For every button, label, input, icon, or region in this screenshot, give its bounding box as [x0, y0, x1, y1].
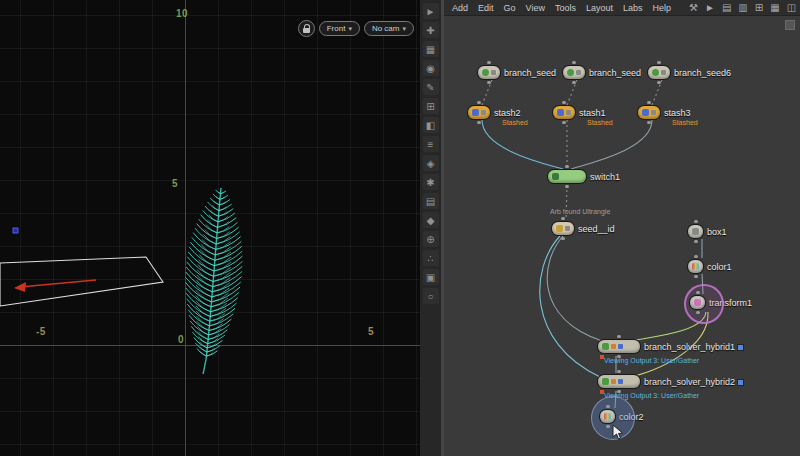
rows-icon[interactable]: ▤: [423, 193, 439, 209]
node-body[interactable]: [648, 66, 670, 79]
node-label: branch_seed6: [674, 68, 731, 78]
menu-view[interactable]: View: [526, 3, 545, 13]
stash-icon: [642, 109, 649, 116]
node-label: branch_solver_hybrid2: [644, 377, 735, 387]
axis-label-xneg5: -5: [36, 326, 46, 337]
panel-icon[interactable]: ▦: [770, 3, 779, 13]
node-body[interactable]: [598, 340, 640, 353]
seed-icon: [482, 69, 489, 76]
node-branch-seed6[interactable]: branch_seed6: [648, 66, 731, 79]
node-badge-icon: [576, 70, 581, 75]
mouse-cursor-icon: [612, 424, 626, 442]
node-body[interactable]: [688, 260, 703, 273]
plus-circle-icon[interactable]: ⊕: [423, 231, 439, 247]
menu-tools[interactable]: Tools: [555, 3, 576, 13]
node-branch-solver-hybrid1[interactable]: branch_solver_hybrid1 Viewing Output 3: …: [598, 340, 735, 353]
stash-status: Stashed: [587, 119, 613, 126]
shade-icon[interactable]: ◧: [423, 117, 439, 133]
network-editor[interactable]: branch_seed branch_seed branch_seed6 sta…: [444, 0, 800, 456]
solver-icon: [602, 378, 609, 385]
node-stash2[interactable]: stash2 Stashed: [468, 106, 521, 119]
node-stash3[interactable]: stash3 Stashed: [638, 106, 691, 119]
add-tool-icon[interactable]: ✚: [423, 22, 439, 38]
seed-icon: [652, 69, 659, 76]
menu-edit[interactable]: Edit: [478, 3, 494, 13]
node-label: box1: [707, 227, 727, 237]
tools-icon[interactable]: ⚒: [689, 3, 698, 13]
cursor-icon[interactable]: ►: [705, 3, 715, 13]
viewport-toolbar: ►✚▦◉✎⊞◧≡◈✱▤◆⊕∴▣○: [420, 0, 441, 456]
menu-icon[interactable]: ≡: [423, 136, 439, 152]
lock-icon: [303, 28, 310, 33]
node-branch-solver-hybrid2[interactable]: branch_solver_hybrid2 Viewing Output 3: …: [598, 375, 735, 388]
node-badge-icon: [651, 110, 656, 115]
pane-split-icon[interactable]: ▤: [722, 3, 731, 13]
node-body[interactable]: [548, 170, 586, 183]
menu-add[interactable]: Add: [452, 3, 468, 13]
color-icon: [692, 263, 699, 270]
lock-view-button[interactable]: [298, 20, 315, 37]
axis-label-y10: 10: [176, 8, 188, 19]
circle-icon[interactable]: ○: [423, 288, 439, 304]
node-box1[interactable]: box1: [688, 225, 727, 238]
node-badge-icon: [618, 344, 623, 349]
node-body[interactable]: [552, 222, 574, 235]
node-body[interactable]: [688, 225, 703, 238]
window-icon[interactable]: ◫: [787, 3, 796, 13]
node-seed-id[interactable]: seed__id: [552, 222, 615, 235]
red-direction-line: [20, 280, 96, 287]
switch-icon: [552, 173, 559, 180]
snap-icon[interactable]: ◉: [423, 60, 439, 76]
menu-labs[interactable]: Labs: [623, 3, 643, 13]
node-color1[interactable]: color1: [688, 260, 732, 273]
node-branch-seed-1[interactable]: branch_seed: [478, 66, 556, 79]
gem-icon[interactable]: ◈: [423, 155, 439, 171]
node-body[interactable]: [553, 106, 575, 119]
node-body[interactable]: [690, 296, 705, 309]
dots-icon[interactable]: ∴: [423, 250, 439, 266]
edit-tool-icon[interactable]: ✎: [423, 79, 439, 95]
pane-layout-icon[interactable]: ▥: [738, 3, 747, 13]
square-icon[interactable]: ▣: [423, 269, 439, 285]
axis-label-y5: 5: [172, 178, 178, 189]
diamond-icon[interactable]: ◆: [423, 212, 439, 228]
transform-icon: [694, 299, 701, 306]
stash-icon: [472, 109, 479, 116]
node-switch1[interactable]: switch1: [548, 170, 620, 183]
node-transform1[interactable]: transform1: [690, 296, 752, 309]
pane-tab[interactable]: [785, 20, 795, 30]
grid-view-icon[interactable]: ▦: [423, 41, 439, 57]
seed-icon: [567, 69, 574, 76]
menubar: Add Edit Go View Tools Layout Labs Help …: [444, 0, 800, 16]
view-selector-front[interactable]: Front ▾: [319, 21, 360, 36]
node-body[interactable]: [638, 106, 660, 119]
node-color2[interactable]: color2: [600, 410, 644, 423]
node-body[interactable]: [600, 410, 615, 423]
houdini-window: 10 5 0 -5 5 Front ▾ No cam ▾ ►✚▦◉✎⊞◧≡◈✱▤…: [0, 0, 800, 456]
camera-selector[interactable]: No cam ▾: [364, 21, 414, 36]
node-body[interactable]: [563, 66, 585, 79]
node-body[interactable]: [478, 66, 500, 79]
blue-point-marker: [13, 228, 18, 233]
menu-go[interactable]: Go: [504, 3, 516, 13]
node-label: stash1: [579, 108, 606, 118]
grid-icon[interactable]: ⊞: [755, 3, 763, 13]
node-body[interactable]: [598, 375, 640, 388]
stash-icon: [557, 109, 564, 116]
node-badge-icon: [481, 110, 486, 115]
select-tool-icon[interactable]: ►: [423, 3, 439, 19]
star-icon[interactable]: ✱: [423, 174, 439, 190]
node-branch-seed-2[interactable]: branch_seed: [563, 66, 641, 79]
output-dot-icon: [737, 344, 744, 351]
expand-icon[interactable]: ⊞: [423, 98, 439, 114]
menu-layout[interactable]: Layout: [586, 3, 613, 13]
node-label: switch1: [590, 172, 620, 182]
menu-help[interactable]: Help: [652, 3, 671, 13]
node-label: stash2: [494, 108, 521, 118]
node-stash1[interactable]: stash1 Stashed: [553, 106, 606, 119]
node-body[interactable]: [468, 106, 490, 119]
node-label: branch_seed: [504, 68, 556, 78]
viewport-3d[interactable]: 10 5 0 -5 5 Front ▾ No cam ▾: [0, 0, 420, 456]
node-badge-icon: [661, 70, 666, 75]
chevron-down-icon: ▾: [402, 25, 406, 33]
